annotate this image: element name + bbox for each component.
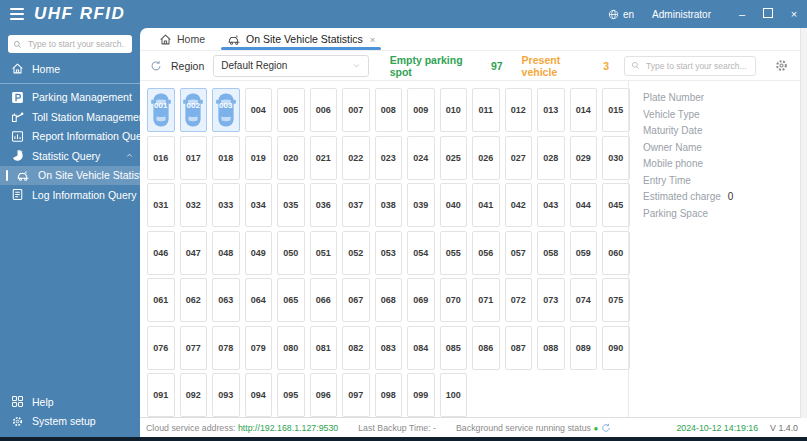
parking-spot-003[interactable]: 003 (212, 88, 240, 132)
parking-spot-055[interactable]: 055 (440, 231, 468, 275)
parking-spot-098[interactable]: 098 (375, 373, 403, 417)
parking-spot-051[interactable]: 051 (310, 231, 338, 275)
maximize-button[interactable] (755, 0, 781, 28)
parking-spot-001[interactable]: 001 (147, 88, 175, 132)
parking-spot-065[interactable]: 065 (277, 278, 305, 322)
sidebar-item-statistic-query[interactable]: Statistic Query (0, 146, 140, 166)
parking-spot-062[interactable]: 062 (180, 278, 208, 322)
parking-spot-076[interactable]: 076 (147, 326, 175, 370)
parking-spot-022[interactable]: 022 (342, 136, 370, 180)
parking-spot-061[interactable]: 061 (147, 278, 175, 322)
parking-spot-037[interactable]: 037 (342, 183, 370, 227)
parking-spot-086[interactable]: 086 (472, 326, 500, 370)
parking-spot-042[interactable]: 042 (505, 183, 533, 227)
parking-spot-029[interactable]: 029 (570, 136, 598, 180)
parking-spot-073[interactable]: 073 (537, 278, 565, 322)
parking-spot-026[interactable]: 026 (472, 136, 500, 180)
parking-spot-036[interactable]: 036 (310, 183, 338, 227)
parking-spot-079[interactable]: 079 (245, 326, 273, 370)
parking-spot-089[interactable]: 089 (570, 326, 598, 370)
parking-spot-019[interactable]: 019 (245, 136, 273, 180)
refresh-icon[interactable] (150, 60, 162, 72)
parking-spot-023[interactable]: 023 (375, 136, 403, 180)
parking-spot-012[interactable]: 012 (505, 88, 533, 132)
tab-close-icon[interactable]: × (370, 34, 376, 45)
tab-home[interactable]: Home (148, 28, 216, 50)
parking-spot-002[interactable]: 002 (180, 88, 208, 132)
parking-spot-005[interactable]: 005 (277, 88, 305, 132)
parking-spot-008[interactable]: 008 (375, 88, 403, 132)
parking-spot-010[interactable]: 010 (440, 88, 468, 132)
parking-spot-057[interactable]: 057 (505, 231, 533, 275)
parking-spot-028[interactable]: 028 (537, 136, 565, 180)
parking-spot-082[interactable]: 082 (342, 326, 370, 370)
parking-spot-092[interactable]: 092 (180, 373, 208, 417)
parking-spot-059[interactable]: 059 (570, 231, 598, 275)
parking-spot-038[interactable]: 038 (375, 183, 403, 227)
sidebar-item-system-setup[interactable]: System setup (0, 412, 140, 432)
parking-spot-085[interactable]: 085 (440, 326, 468, 370)
parking-spot-075[interactable]: 075 (602, 278, 630, 322)
parking-spot-006[interactable]: 006 (310, 88, 338, 132)
close-button[interactable]: × (781, 0, 807, 28)
language-switcher[interactable]: en (608, 9, 634, 20)
parking-spot-027[interactable]: 027 (505, 136, 533, 180)
parking-spot-093[interactable]: 093 (212, 373, 240, 417)
tab-on-site-vehicle-statistics[interactable]: On Site Vehicle Statistics× (216, 28, 386, 50)
parking-spot-044[interactable]: 044 (570, 183, 598, 227)
parking-spot-077[interactable]: 077 (180, 326, 208, 370)
parking-spot-087[interactable]: 087 (505, 326, 533, 370)
parking-spot-080[interactable]: 080 (277, 326, 305, 370)
sidebar-item-on-site-vehicle-statistics[interactable]: On Site Vehicle Statistics (0, 166, 140, 186)
parking-spot-035[interactable]: 035 (277, 183, 305, 227)
parking-spot-024[interactable]: 024 (407, 136, 435, 180)
sidebar-item-toll-station-management[interactable]: Toll Station Management (0, 107, 140, 127)
sidebar-item-home[interactable]: Home (0, 59, 140, 79)
parking-spot-078[interactable]: 078 (212, 326, 240, 370)
region-select[interactable]: Default Region (213, 55, 368, 77)
parking-spot-066[interactable]: 066 (310, 278, 338, 322)
parking-spot-020[interactable]: 020 (277, 136, 305, 180)
parking-spot-100[interactable]: 100 (440, 373, 468, 417)
sidebar-search[interactable] (8, 35, 132, 53)
parking-spot-048[interactable]: 048 (212, 231, 240, 275)
parking-spot-096[interactable]: 096 (310, 373, 338, 417)
parking-spot-072[interactable]: 072 (505, 278, 533, 322)
menu-toggle-icon[interactable] (10, 8, 24, 20)
parking-spot-081[interactable]: 081 (310, 326, 338, 370)
parking-spot-083[interactable]: 083 (375, 326, 403, 370)
parking-spot-095[interactable]: 095 (277, 373, 305, 417)
parking-spot-053[interactable]: 053 (375, 231, 403, 275)
parking-spot-071[interactable]: 071 (472, 278, 500, 322)
sidebar-item-report-information-query[interactable]: Report Information Query (0, 127, 140, 147)
minimize-button[interactable]: – (729, 0, 755, 28)
sidebar-item-help[interactable]: Help (0, 392, 140, 412)
parking-spot-088[interactable]: 088 (537, 326, 565, 370)
parking-spot-004[interactable]: 004 (245, 88, 273, 132)
parking-spot-018[interactable]: 018 (212, 136, 240, 180)
parking-spot-050[interactable]: 050 (277, 231, 305, 275)
parking-spot-090[interactable]: 090 (602, 326, 630, 370)
parking-spot-052[interactable]: 052 (342, 231, 370, 275)
parking-spot-058[interactable]: 058 (537, 231, 565, 275)
parking-spot-021[interactable]: 021 (310, 136, 338, 180)
parking-spot-015[interactable]: 015 (602, 88, 630, 132)
parking-spot-040[interactable]: 040 (440, 183, 468, 227)
parking-spot-049[interactable]: 049 (245, 231, 273, 275)
parking-spot-056[interactable]: 056 (472, 231, 500, 275)
parking-spot-099[interactable]: 099 (407, 373, 435, 417)
parking-spot-039[interactable]: 039 (407, 183, 435, 227)
parking-spot-060[interactable]: 060 (602, 231, 630, 275)
parking-spot-013[interactable]: 013 (537, 88, 565, 132)
sidebar-item-parking-management[interactable]: Parking Management (0, 88, 140, 108)
parking-spot-034[interactable]: 034 (245, 183, 273, 227)
user-menu[interactable]: Administrator (652, 9, 711, 20)
parking-spot-069[interactable]: 069 (407, 278, 435, 322)
parking-spot-091[interactable]: 091 (147, 373, 175, 417)
parking-spot-031[interactable]: 031 (147, 183, 175, 227)
settings-gear-icon[interactable] (774, 58, 789, 73)
parking-spot-068[interactable]: 068 (375, 278, 403, 322)
parking-spot-011[interactable]: 011 (472, 88, 500, 132)
parking-spot-064[interactable]: 064 (245, 278, 273, 322)
toolbar-search-input[interactable] (644, 60, 749, 72)
